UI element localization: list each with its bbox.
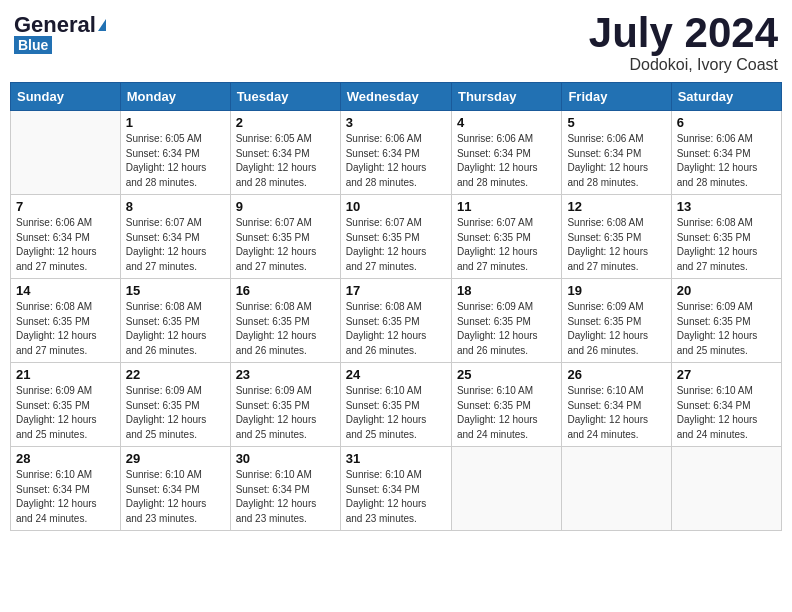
day-number: 18 — [457, 283, 556, 298]
calendar-cell: 2Sunrise: 6:05 AM Sunset: 6:34 PM Daylig… — [230, 111, 340, 195]
day-number: 7 — [16, 199, 115, 214]
calendar-cell: 1Sunrise: 6:05 AM Sunset: 6:34 PM Daylig… — [120, 111, 230, 195]
calendar-cell: 28Sunrise: 6:10 AM Sunset: 6:34 PM Dayli… — [11, 447, 121, 531]
calendar-cell: 21Sunrise: 6:09 AM Sunset: 6:35 PM Dayli… — [11, 363, 121, 447]
day-info: Sunrise: 6:08 AM Sunset: 6:35 PM Dayligh… — [126, 300, 225, 358]
day-number: 9 — [236, 199, 335, 214]
day-number: 5 — [567, 115, 665, 130]
calendar-body: 1Sunrise: 6:05 AM Sunset: 6:34 PM Daylig… — [11, 111, 782, 531]
calendar-cell: 7Sunrise: 6:06 AM Sunset: 6:34 PM Daylig… — [11, 195, 121, 279]
weekday-header-monday: Monday — [120, 83, 230, 111]
calendar-cell: 9Sunrise: 6:07 AM Sunset: 6:35 PM Daylig… — [230, 195, 340, 279]
day-number: 16 — [236, 283, 335, 298]
calendar-week-3: 14Sunrise: 6:08 AM Sunset: 6:35 PM Dayli… — [11, 279, 782, 363]
calendar-cell: 8Sunrise: 6:07 AM Sunset: 6:34 PM Daylig… — [120, 195, 230, 279]
logo-icon — [98, 19, 106, 31]
day-info: Sunrise: 6:10 AM Sunset: 6:34 PM Dayligh… — [236, 468, 335, 526]
weekday-header-wednesday: Wednesday — [340, 83, 451, 111]
calendar-cell: 26Sunrise: 6:10 AM Sunset: 6:34 PM Dayli… — [562, 363, 671, 447]
day-number: 3 — [346, 115, 446, 130]
day-info: Sunrise: 6:06 AM Sunset: 6:34 PM Dayligh… — [457, 132, 556, 190]
day-number: 17 — [346, 283, 446, 298]
day-number: 23 — [236, 367, 335, 382]
day-info: Sunrise: 6:10 AM Sunset: 6:35 PM Dayligh… — [346, 384, 446, 442]
day-number: 31 — [346, 451, 446, 466]
calendar-cell — [451, 447, 561, 531]
day-number: 14 — [16, 283, 115, 298]
calendar-cell: 17Sunrise: 6:08 AM Sunset: 6:35 PM Dayli… — [340, 279, 451, 363]
calendar-cell: 20Sunrise: 6:09 AM Sunset: 6:35 PM Dayli… — [671, 279, 781, 363]
logo-general: General — [14, 14, 96, 36]
day-info: Sunrise: 6:07 AM Sunset: 6:35 PM Dayligh… — [346, 216, 446, 274]
weekday-header-tuesday: Tuesday — [230, 83, 340, 111]
day-number: 11 — [457, 199, 556, 214]
day-number: 25 — [457, 367, 556, 382]
day-info: Sunrise: 6:10 AM Sunset: 6:34 PM Dayligh… — [126, 468, 225, 526]
day-info: Sunrise: 6:10 AM Sunset: 6:34 PM Dayligh… — [677, 384, 776, 442]
calendar-cell: 16Sunrise: 6:08 AM Sunset: 6:35 PM Dayli… — [230, 279, 340, 363]
weekday-header-thursday: Thursday — [451, 83, 561, 111]
day-number: 29 — [126, 451, 225, 466]
day-number: 13 — [677, 199, 776, 214]
weekday-header-friday: Friday — [562, 83, 671, 111]
day-info: Sunrise: 6:08 AM Sunset: 6:35 PM Dayligh… — [346, 300, 446, 358]
day-number: 15 — [126, 283, 225, 298]
day-number: 24 — [346, 367, 446, 382]
day-info: Sunrise: 6:08 AM Sunset: 6:35 PM Dayligh… — [567, 216, 665, 274]
day-number: 1 — [126, 115, 225, 130]
day-info: Sunrise: 6:07 AM Sunset: 6:34 PM Dayligh… — [126, 216, 225, 274]
day-info: Sunrise: 6:10 AM Sunset: 6:34 PM Dayligh… — [346, 468, 446, 526]
day-info: Sunrise: 6:07 AM Sunset: 6:35 PM Dayligh… — [236, 216, 335, 274]
day-info: Sunrise: 6:05 AM Sunset: 6:34 PM Dayligh… — [236, 132, 335, 190]
day-info: Sunrise: 6:08 AM Sunset: 6:35 PM Dayligh… — [677, 216, 776, 274]
day-info: Sunrise: 6:07 AM Sunset: 6:35 PM Dayligh… — [457, 216, 556, 274]
day-number: 28 — [16, 451, 115, 466]
calendar-cell: 11Sunrise: 6:07 AM Sunset: 6:35 PM Dayli… — [451, 195, 561, 279]
calendar-cell: 27Sunrise: 6:10 AM Sunset: 6:34 PM Dayli… — [671, 363, 781, 447]
calendar-cell: 6Sunrise: 6:06 AM Sunset: 6:34 PM Daylig… — [671, 111, 781, 195]
calendar-cell: 30Sunrise: 6:10 AM Sunset: 6:34 PM Dayli… — [230, 447, 340, 531]
day-number: 6 — [677, 115, 776, 130]
day-number: 2 — [236, 115, 335, 130]
day-number: 22 — [126, 367, 225, 382]
day-info: Sunrise: 6:09 AM Sunset: 6:35 PM Dayligh… — [126, 384, 225, 442]
calendar-week-2: 7Sunrise: 6:06 AM Sunset: 6:34 PM Daylig… — [11, 195, 782, 279]
calendar-cell: 22Sunrise: 6:09 AM Sunset: 6:35 PM Dayli… — [120, 363, 230, 447]
day-number: 4 — [457, 115, 556, 130]
day-info: Sunrise: 6:06 AM Sunset: 6:34 PM Dayligh… — [677, 132, 776, 190]
calendar-cell: 13Sunrise: 6:08 AM Sunset: 6:35 PM Dayli… — [671, 195, 781, 279]
calendar-cell: 14Sunrise: 6:08 AM Sunset: 6:35 PM Dayli… — [11, 279, 121, 363]
day-info: Sunrise: 6:06 AM Sunset: 6:34 PM Dayligh… — [567, 132, 665, 190]
day-info: Sunrise: 6:08 AM Sunset: 6:35 PM Dayligh… — [236, 300, 335, 358]
calendar-cell: 4Sunrise: 6:06 AM Sunset: 6:34 PM Daylig… — [451, 111, 561, 195]
calendar-cell: 15Sunrise: 6:08 AM Sunset: 6:35 PM Dayli… — [120, 279, 230, 363]
month-title: July 2024 — [589, 10, 778, 56]
day-number: 12 — [567, 199, 665, 214]
calendar-cell: 3Sunrise: 6:06 AM Sunset: 6:34 PM Daylig… — [340, 111, 451, 195]
day-number: 27 — [677, 367, 776, 382]
day-info: Sunrise: 6:08 AM Sunset: 6:35 PM Dayligh… — [16, 300, 115, 358]
day-info: Sunrise: 6:09 AM Sunset: 6:35 PM Dayligh… — [457, 300, 556, 358]
calendar-cell: 24Sunrise: 6:10 AM Sunset: 6:35 PM Dayli… — [340, 363, 451, 447]
calendar-cell — [11, 111, 121, 195]
page-header: General Blue July 2024 Dodokoi, Ivory Co… — [10, 10, 782, 74]
calendar-cell: 31Sunrise: 6:10 AM Sunset: 6:34 PM Dayli… — [340, 447, 451, 531]
day-info: Sunrise: 6:10 AM Sunset: 6:34 PM Dayligh… — [16, 468, 115, 526]
day-number: 20 — [677, 283, 776, 298]
day-info: Sunrise: 6:06 AM Sunset: 6:34 PM Dayligh… — [16, 216, 115, 274]
day-number: 19 — [567, 283, 665, 298]
calendar-cell — [562, 447, 671, 531]
calendar-cell: 12Sunrise: 6:08 AM Sunset: 6:35 PM Dayli… — [562, 195, 671, 279]
calendar-header-row: SundayMondayTuesdayWednesdayThursdayFrid… — [11, 83, 782, 111]
day-info: Sunrise: 6:05 AM Sunset: 6:34 PM Dayligh… — [126, 132, 225, 190]
day-number: 8 — [126, 199, 225, 214]
day-info: Sunrise: 6:09 AM Sunset: 6:35 PM Dayligh… — [236, 384, 335, 442]
day-number: 21 — [16, 367, 115, 382]
day-number: 30 — [236, 451, 335, 466]
calendar-cell — [671, 447, 781, 531]
day-number: 26 — [567, 367, 665, 382]
calendar-cell: 29Sunrise: 6:10 AM Sunset: 6:34 PM Dayli… — [120, 447, 230, 531]
calendar-cell: 18Sunrise: 6:09 AM Sunset: 6:35 PM Dayli… — [451, 279, 561, 363]
weekday-header-sunday: Sunday — [11, 83, 121, 111]
calendar-cell: 19Sunrise: 6:09 AM Sunset: 6:35 PM Dayli… — [562, 279, 671, 363]
